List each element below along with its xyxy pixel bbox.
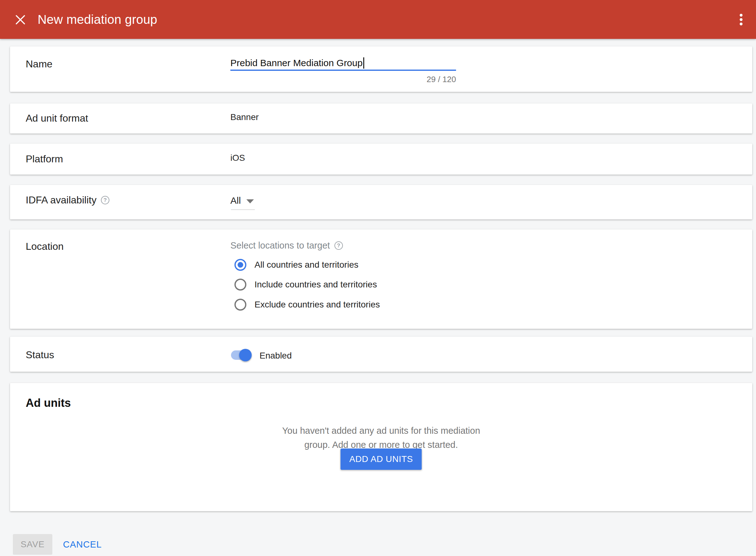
status-label: Status — [26, 349, 54, 360]
radio-unselected-icon — [235, 299, 246, 311]
name-field-card: Name Prebid Banner Mediation Group 29 / … — [10, 46, 752, 92]
ad-unit-format-label: Ad unit format — [26, 112, 88, 124]
platform-card: Platform iOS — [10, 144, 752, 175]
radio-label: Exclude countries and territories — [254, 299, 380, 310]
save-button[interactable]: SAVE — [13, 534, 53, 555]
location-label: Location — [26, 241, 64, 252]
name-input-value: Prebid Banner Mediation Group — [230, 57, 363, 69]
location-card: Location Select locations to target ? Al… — [10, 230, 752, 329]
ad-units-empty-state: You haven't added any ad units for this … — [10, 424, 752, 452]
radio-selected-icon — [235, 259, 246, 271]
ad-unit-format-value: Banner — [230, 112, 259, 123]
status-value: Enabled — [260, 350, 292, 361]
name-char-counter: 29 / 120 — [230, 75, 456, 84]
status-card: Status Enabled — [10, 337, 752, 372]
platform-label: Platform — [26, 153, 63, 165]
idfa-label-text: IDFA availability — [26, 194, 97, 206]
radio-all-countries[interactable]: All countries and territories — [235, 258, 358, 272]
help-icon[interactable]: ? — [335, 241, 343, 250]
platform-value: iOS — [230, 153, 245, 163]
name-label: Name — [26, 58, 53, 70]
idfa-availability-card: IDFA availability ? All — [10, 185, 752, 219]
radio-include-countries[interactable]: Include countries and territories — [235, 278, 377, 291]
name-input[interactable]: Prebid Banner Mediation Group — [230, 57, 456, 69]
app-bar: New mediation group — [0, 0, 756, 39]
help-icon[interactable]: ? — [101, 196, 109, 204]
idfa-dropdown[interactable]: All — [230, 194, 254, 207]
status-toggle[interactable] — [231, 349, 262, 361]
radio-unselected-icon — [235, 279, 246, 290]
toggle-knob — [239, 349, 252, 361]
add-ad-units-button[interactable]: ADD AD UNITS — [340, 449, 421, 470]
ad-unit-format-card: Ad unit format Banner — [10, 103, 752, 134]
new-mediation-group-screen: New mediation group Name Prebid Banner M… — [0, 0, 756, 556]
kebab-menu-icon[interactable] — [735, 11, 747, 28]
location-prompt: Select locations to target ? — [230, 240, 343, 251]
ad-units-heading: Ad units — [26, 397, 71, 409]
page-title: New mediation group — [38, 12, 157, 26]
idfa-dropdown-underline — [231, 209, 255, 210]
location-prompt-text: Select locations to target — [230, 240, 330, 251]
idfa-selected-value: All — [230, 195, 241, 206]
ad-units-card: Ad units You haven't added any ad units … — [10, 383, 752, 511]
radio-label: Include countries and territories — [254, 279, 377, 290]
name-input-underline — [230, 70, 456, 71]
dropdown-arrow-icon — [246, 199, 254, 203]
idfa-label: IDFA availability ? — [26, 194, 109, 206]
cancel-button[interactable]: CANCEL — [63, 534, 102, 555]
text-cursor — [363, 57, 364, 69]
radio-exclude-countries[interactable]: Exclude countries and territories — [235, 298, 380, 312]
close-icon[interactable] — [14, 13, 27, 26]
radio-label: All countries and territories — [254, 259, 358, 270]
empty-state-line1: You haven't added any ad units for this … — [282, 426, 480, 436]
